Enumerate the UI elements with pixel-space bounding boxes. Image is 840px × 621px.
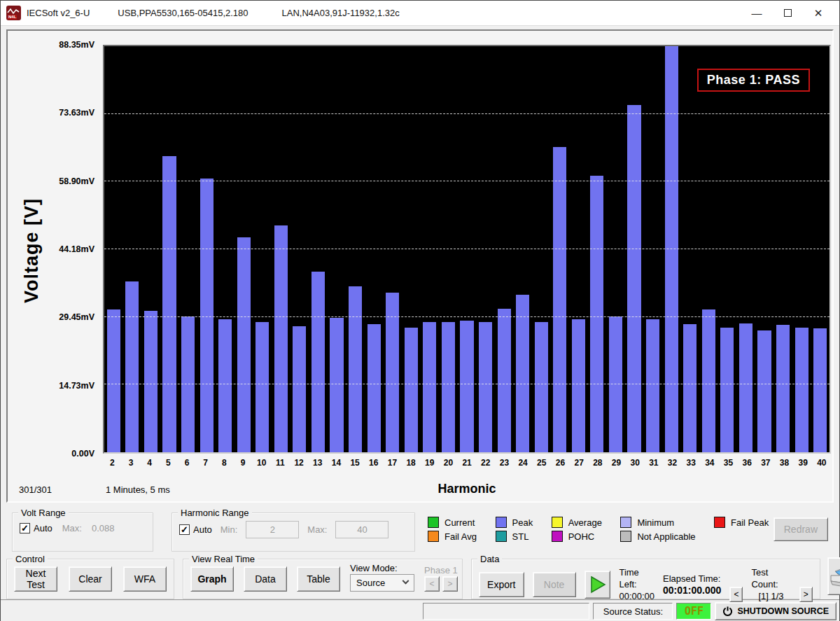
legend-label: Fail Avg [444,531,477,542]
bar-harmonic-2 [107,309,120,452]
bar-harmonic-24 [516,295,529,452]
y-tick-0.00V: 0.00V [71,449,94,459]
next-test-button[interactable]: Next Test [14,566,57,592]
bar-slot-35 [718,46,737,452]
export-button[interactable]: Export [479,572,524,597]
volt-max-value: 0.088 [92,523,115,533]
redraw-button[interactable]: Redraw [774,517,828,541]
x-tick-19: 19 [420,458,439,468]
volt-range-label: Volt Range [18,508,69,518]
phase-prev-button[interactable]: < [424,576,440,592]
legend-swatch-average [552,517,563,528]
bar-harmonic-19 [423,322,436,452]
bar-harmonic-8 [218,319,232,452]
phase-next-button[interactable]: > [442,576,458,592]
legend-label: POHC [568,531,595,542]
maximize-icon [784,9,792,17]
note-button[interactable]: Note [533,572,576,597]
minimize-button[interactable]: — [741,3,772,24]
x-tick-3: 3 [122,458,141,468]
x-tick-24: 24 [514,458,533,468]
x-tick-4: 4 [140,458,159,468]
legend-swatch-minimum [620,517,631,528]
status-message-panel [423,603,589,620]
bar-slot-15 [346,46,365,452]
x-tick-10: 10 [252,458,271,468]
y-axis-labels: 88.35mV73.63mV58.90mV44.18mV29.45mV14.73… [8,45,97,454]
bar-slot-31 [643,46,662,452]
print-button[interactable] [827,557,840,595]
legend-item-peak: Peak [496,516,533,529]
bar-harmonic-37 [757,330,771,452]
x-tick-22: 22 [476,458,495,468]
volt-max-label: Max: [62,523,82,533]
legend-label: Peak [512,517,533,528]
time-left-value: 00:00:00 [619,590,654,602]
source-status-badge: OFF [676,603,711,620]
bar-harmonic-10 [255,322,269,452]
x-tick-8: 8 [215,458,234,468]
data-view-button[interactable]: Data [244,566,287,592]
bar-slot-2 [104,46,123,452]
harmonic-auto-checkbox[interactable]: ✓ [179,524,190,535]
bar-slot-6 [178,46,197,452]
clear-button[interactable]: Clear [69,566,112,592]
control-group-label: Control [13,554,48,564]
x-tick-29: 29 [607,458,626,468]
test-count-prev-button[interactable]: < [729,587,743,602]
data-group-label: Data [477,554,502,564]
harmonic-max-input[interactable]: 40 [335,521,388,538]
bar-slot-38 [774,46,792,452]
lan-connection-info: LAN,N4A03,91J-11932,1.32c [282,8,400,18]
app-window: N4L IECSoft v2_6-U USB,PPA5530,165-05415… [0,0,840,621]
bar-slot-22 [476,46,495,452]
bar-harmonic-35 [720,328,734,452]
x-tick-18: 18 [402,458,421,468]
bar-harmonic-31 [646,319,659,452]
x-tick-40: 40 [813,458,832,468]
status-bar: Source Status: OFF SHUTDOWN SOURCE [1,599,839,621]
bar-harmonic-5 [162,156,176,452]
phase-pass-badge: Phase 1: PASS [697,69,810,92]
x-tick-6: 6 [178,458,197,468]
elapsed-time-label: Elapsed Time: [663,573,721,585]
bar-slot-8 [216,46,234,452]
legend-swatch-not-applicable [620,531,631,542]
bar-harmonic-36 [739,323,752,452]
table-view-button[interactable]: Table [297,566,340,592]
volt-auto-checkbox[interactable]: ✓ [20,523,30,533]
harmonic-min-input[interactable]: 2 [246,521,299,538]
x-tick-35: 35 [719,458,738,468]
legend-item-fail-peak: Fail Peak [714,516,769,529]
bar-harmonic-32 [665,46,678,452]
control-group: Control Next Test Clear WFA [6,559,174,599]
y-tick-14.73mV: 14.73mV [59,381,94,391]
phase-label: Phase 1 [424,564,458,576]
data-group: Data Export Note Time Left: 00:00:00 El [471,559,820,599]
y-tick-29.45mV: 29.45mV [59,312,94,322]
usb-connection-info: USB,PPA5530,165-05415,2.180 [118,8,248,18]
legend-label: Current [444,517,475,528]
play-button[interactable] [584,571,611,599]
x-tick-30: 30 [626,458,645,468]
bar-harmonic-9 [237,237,251,452]
x-tick-39: 39 [794,458,813,468]
chevron-down-icon [402,578,410,585]
maximize-button[interactable] [772,3,803,24]
wfa-button[interactable]: WFA [123,566,167,592]
graph-view-button[interactable]: Graph [190,566,234,592]
bar-harmonic-27 [572,319,585,452]
bar-slot-7 [197,46,216,452]
view-mode-select[interactable]: Source [350,574,414,592]
test-count-next-button[interactable]: > [799,587,813,602]
legend-swatch-fail-peak [714,517,725,528]
bar-slot-11 [272,46,290,452]
bar-slot-16 [365,46,384,452]
bar-slot-40 [811,46,830,452]
bar-harmonic-3 [125,281,139,452]
bar-harmonic-4 [144,311,158,452]
bar-slot-19 [421,46,440,452]
close-button[interactable]: ✕ [803,3,834,24]
shutdown-source-button[interactable]: SHUTDOWN SOURCE [715,602,836,620]
bar-harmonic-20 [442,322,455,452]
